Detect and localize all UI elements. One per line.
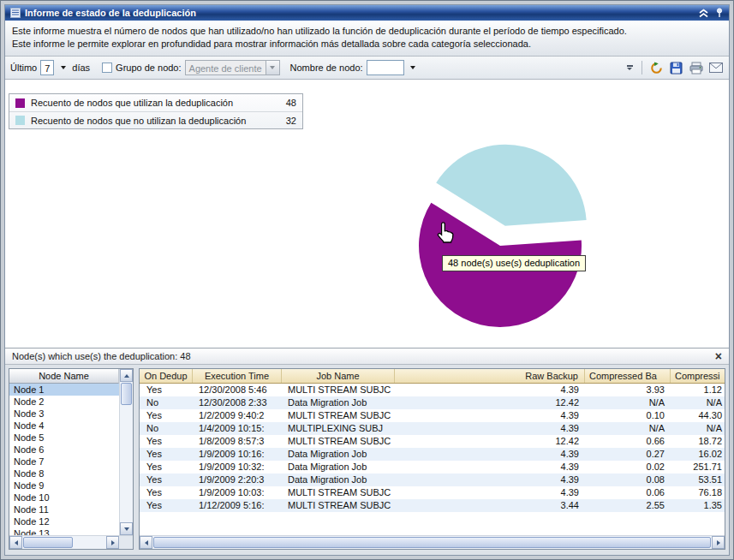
vscroll-track[interactable] [120,382,133,522]
pie-chart[interactable] [365,117,690,345]
dedup-table-pane: On Dedup Execution Time Job Name Raw Bac… [139,368,725,550]
legend-item-dedup-used[interactable]: Recuento de nodos que utilizan la dedupl… [9,94,302,111]
node-group-dropdown-icon [266,61,279,74]
column-header-execution-time[interactable]: Execution Time [193,369,282,383]
column-header-raw-backup[interactable]: Raw Backup [395,369,585,383]
node-name-dropdown-icon[interactable] [408,61,419,74]
scroll-up-button[interactable] [120,369,133,382]
drilldown-body: Node Name Node 1Node 2Node 3Node 4Node 5… [5,365,729,555]
table-cell: 1/4/2009 10:15: [193,422,282,435]
dedup-table-header: On Dedup Execution Time Job Name Raw Bac… [140,369,725,384]
table-cell: 1/2/2009 9:40:2 [193,409,282,422]
table-cell: 44.30 [671,409,725,422]
table-cell: 4.39 [395,422,585,435]
table-cell: 4.39 [395,448,585,461]
table-cell: 1.12 [671,384,725,396]
hscroll-track[interactable] [22,536,106,549]
node-list-item[interactable]: Node 10 [9,491,119,503]
node-list-item[interactable]: Node 7 [9,456,119,468]
close-icon[interactable]: × [715,350,722,362]
table-cell: 0.02 [585,461,671,474]
table-cell: 12/30/2008 2:33 [193,396,282,409]
table-row[interactable]: No1/4/2009 10:15:MULTIPLEXING SUBJ4.39N/… [140,422,725,435]
chart-area: Recuento de nodos que utilizan la dedupl… [5,80,729,348]
email-icon[interactable] [707,61,724,75]
scroll-up-icon [124,374,129,378]
node-list-item[interactable]: Node 3 [9,408,119,420]
legend-item-dedup-unused[interactable]: Recuento de nodos que no utilizan la ded… [9,111,302,128]
scroll-left-button[interactable] [9,536,22,549]
scroll-right-button[interactable] [106,536,119,549]
column-header-compressed[interactable]: Compressed Ba [585,369,671,383]
table-cell: Yes [140,499,193,512]
table-cell: 251.71 [671,461,725,474]
node-list-header[interactable]: Node Name [9,369,119,384]
table-cell: N/A [585,422,671,435]
table-cell: MULTI STREAM SUBJC [282,435,395,448]
table-cell: 1/9/2009 10:32: [193,461,282,474]
table-row[interactable]: Yes1/9/2009 10:03:MULTI STREAM SUBJC4.39… [140,486,725,499]
hscroll-track[interactable] [152,536,712,549]
refresh-icon[interactable] [648,61,665,75]
node-list-item[interactable]: Node 2 [9,396,119,408]
table-cell: 12.42 [395,396,585,409]
table-row[interactable]: Yes1/2/2009 9:40:2MULTI STREAM SUBJC4.39… [140,409,725,422]
table-cell: 1/9/2009 10:16: [193,448,282,461]
days-combobox[interactable]: 7 [40,60,54,75]
node-list-pane: Node Name Node 1Node 2Node 3Node 4Node 5… [9,368,134,550]
scroll-down-button[interactable] [120,522,133,535]
table-hscrollbar[interactable] [140,535,725,549]
table-row[interactable]: Yes1/9/2009 2:20:3Data Migration Job4.39… [140,474,725,486]
table-cell: No [140,396,193,409]
titlebar: Informe de estado de la deduplicación [5,5,729,21]
node-name-label: Nombre de nodo: [290,63,363,73]
node-list-item[interactable]: Node 4 [9,420,119,432]
hscroll-thumb[interactable] [23,537,73,548]
column-header-on-dedup[interactable]: On Dedup [140,369,193,383]
table-row[interactable]: Yes1/9/2009 10:32:Data Migration Job4.39… [140,461,725,474]
report-frame: Informe de estado de la deduplicación Es… [4,4,730,556]
table-cell: Yes [140,474,193,486]
vscroll-thumb[interactable] [121,383,132,405]
pie-slice-dedup-unused[interactable] [436,145,586,226]
node-list-item[interactable]: Node 12 [9,515,119,527]
node-list-item[interactable]: Node 11 [9,503,119,515]
node-name-input[interactable] [367,60,404,75]
column-header-job-name[interactable]: Job Name [282,369,395,383]
table-cell: MULTI STREAM SUBJC [282,409,395,422]
print-icon[interactable] [688,61,704,75]
node-list-item[interactable]: Node 6 [9,444,119,456]
node-group-combobox: Agente de cliente [185,60,280,75]
save-icon[interactable] [668,61,684,75]
scroll-left-button[interactable] [140,536,152,549]
table-cell: 76.18 [671,486,725,499]
node-list-item[interactable]: Node 13 [9,527,119,535]
report-icon [10,8,21,18]
node-list-item[interactable]: Node 1 [9,384,119,396]
node-list-vscrollbar[interactable] [119,369,133,535]
table-row[interactable]: Yes1/9/2009 10:16:Data Migration Job4.39… [140,448,725,461]
table-row[interactable]: Yes1/8/2009 8:57:3MULTI STREAM SUBJC12.4… [140,435,725,448]
table-cell: 12/30/2008 5:46 [193,384,282,396]
toolbar-options-icon[interactable] [624,65,636,70]
table-row[interactable]: Yes1/12/2009 5:16:MULTI STREAM SUBJC3.44… [140,499,725,512]
collapse-icon[interactable] [698,9,709,18]
node-group-checkbox[interactable] [102,63,112,73]
table-row[interactable]: No12/30/2008 2:33Data Migration Job12.42… [140,396,725,409]
node-list-item[interactable]: Node 9 [9,480,119,491]
pin-icon[interactable] [715,8,724,18]
days-label: días [72,63,90,73]
days-dropdown-icon[interactable] [57,61,69,74]
node-list-hscrollbar[interactable] [9,535,119,549]
node-list-item[interactable]: Node 5 [9,432,119,444]
scroll-right-button[interactable] [712,536,725,549]
hscroll-thumb[interactable] [153,537,711,548]
table-row[interactable]: Yes12/30/2008 5:46MULTI STREAM SUBJC4.39… [140,384,725,396]
table-cell: Yes [140,435,193,448]
column-header-compression[interactable]: Compressi [671,369,725,383]
table-cell: MULTIPLEXING SUBJ [282,422,395,435]
pie-tooltip: 48 node(s) use(s) deduplication [442,255,586,271]
table-cell: 0.27 [585,448,671,461]
node-list-item[interactable]: Node 8 [9,468,119,480]
table-cell: Data Migration Job [282,474,395,486]
